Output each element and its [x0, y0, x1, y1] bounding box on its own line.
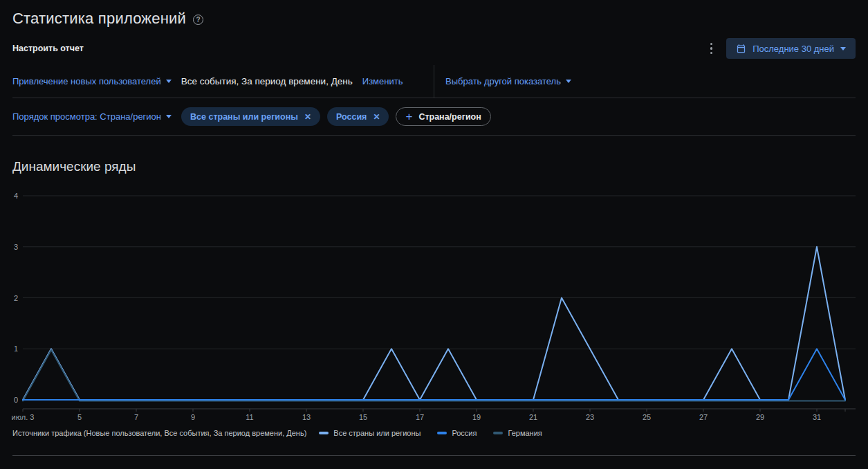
svg-text:31: 31 [813, 413, 821, 421]
chart-legend: Источники трафика (Новые пользователи, В… [0, 429, 868, 437]
configure-report-label: Настроить отчет [12, 44, 84, 53]
report-bar: Настроить отчет Последние 30 дней [0, 37, 868, 59]
svg-text:15: 15 [359, 413, 367, 421]
chip-label: Все страны или регионы [190, 112, 298, 122]
svg-text:7: 7 [134, 413, 138, 421]
chevron-down-icon [840, 47, 846, 50]
legend-label: Россия [452, 429, 477, 437]
date-range-button[interactable]: Последние 30 дней [726, 38, 856, 59]
chip-label: Россия [336, 112, 367, 122]
report-actions: Последние 30 дней [706, 38, 856, 59]
legend-prefix: Источники трафика (Новые пользователи, В… [12, 429, 306, 437]
plus-icon: + [405, 111, 412, 122]
legend-items: Все страны или регионыРоссияГермания [319, 429, 542, 437]
svg-text:июл. 3: июл. 3 [12, 413, 35, 421]
dimension-chips: Все страны или регионы ✕ Россия ✕ + Стра… [181, 107, 491, 126]
metric-selector-label: Привлечение новых пользователей [12, 76, 161, 86]
time-series-chart[interactable]: 01234июл. 35791113151719212325272931 [0, 188, 868, 426]
svg-text:3: 3 [14, 243, 18, 251]
remove-chip-icon[interactable]: ✕ [304, 112, 311, 122]
svg-text:25: 25 [643, 413, 651, 421]
legend-label: Германия [508, 429, 542, 437]
legend-label: Все страны или регионы [333, 429, 421, 437]
chart-canvas[interactable]: 01234июл. 35791113151719212325272931 [0, 188, 868, 423]
legend-swatch-icon [437, 432, 447, 434]
chevron-down-icon [566, 80, 571, 83]
compare-metric-label: Выбрать другой показатель [445, 76, 561, 86]
svg-text:4: 4 [14, 192, 18, 200]
legend-item: Германия [493, 429, 542, 437]
svg-text:29: 29 [756, 413, 764, 421]
chart-section-title: Динамические ряды [12, 159, 856, 174]
date-range-label: Последние 30 дней [752, 44, 834, 54]
filter-chip-russia[interactable]: Россия ✕ [327, 107, 389, 126]
svg-text:9: 9 [191, 413, 195, 421]
metric-cell: Привлечение новых пользователей Все собы… [12, 65, 434, 98]
calendar-icon [736, 44, 746, 54]
page-header: Статистика приложений ? [0, 0, 868, 28]
svg-text:11: 11 [246, 413, 253, 421]
add-chip-label: Страна/регион [418, 112, 481, 122]
remove-chip-icon[interactable]: ✕ [373, 112, 380, 122]
compare-metric-cell: Выбрать другой показатель [434, 65, 856, 98]
svg-text:19: 19 [472, 413, 481, 421]
bottom-divider [12, 455, 856, 456]
metric-detail: Все события, За период времени, День [181, 76, 353, 86]
add-country-chip[interactable]: + Страна/регион [396, 107, 490, 126]
edit-metric-link[interactable]: Изменить [362, 76, 403, 86]
legend-swatch-icon [319, 432, 329, 434]
view-order-label: Порядок просмотра: Страна/регион [12, 111, 161, 122]
compare-metric-selector[interactable]: Выбрать другой показатель [445, 76, 571, 86]
svg-text:0: 0 [14, 396, 18, 404]
chevron-down-icon [166, 115, 172, 118]
dimension-filter-row: Порядок просмотра: Страна/регион Все стр… [12, 98, 856, 136]
more-options-icon[interactable] [706, 40, 717, 57]
legend-item: Россия [437, 429, 477, 437]
svg-text:27: 27 [699, 413, 708, 421]
metric-selector[interactable]: Привлечение новых пользователей [12, 76, 172, 86]
svg-text:21: 21 [529, 413, 537, 421]
legend-item: Все страны или регионы [319, 429, 421, 437]
svg-text:13: 13 [302, 413, 311, 421]
metric-filter-row: Привлечение новых пользователей Все собы… [12, 65, 856, 98]
svg-text:23: 23 [586, 413, 594, 421]
svg-text:1: 1 [14, 344, 18, 353]
svg-text:17: 17 [416, 413, 424, 421]
view-order-selector[interactable]: Порядок просмотра: Страна/регион [12, 111, 172, 122]
svg-text:5: 5 [77, 413, 82, 421]
page-title: Статистика приложений [12, 10, 186, 28]
svg-text:2: 2 [14, 294, 18, 302]
legend-swatch-icon [493, 432, 503, 434]
chevron-down-icon [166, 80, 172, 83]
filter-chip-all-countries[interactable]: Все страны или регионы ✕ [181, 107, 320, 126]
help-icon[interactable]: ? [193, 15, 203, 25]
